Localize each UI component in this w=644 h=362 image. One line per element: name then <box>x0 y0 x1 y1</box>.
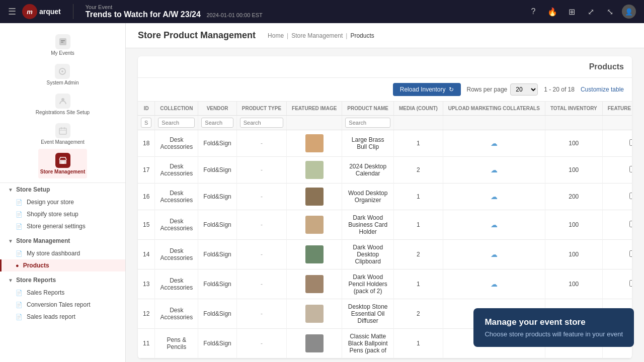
store-management-section: ▼ Store Management 📄 My store dashboard … <box>0 234 125 272</box>
feature-product-checkbox[interactable] <box>629 139 632 146</box>
cell-product-name: Dark Wood Pencil Holders (pack of 2) <box>342 269 394 299</box>
feature-product-checkbox[interactable] <box>629 193 632 199</box>
search-id <box>138 116 155 130</box>
col-media-count: MEDIA (COUNT) <box>394 102 443 116</box>
reload-inventory-button[interactable]: Reload Inventory ↻ <box>393 83 461 96</box>
cloud-upload-icon[interactable]: ☁ <box>491 193 498 201</box>
table-row: 16 Desk Accessories Fold&Sign - Wood Des… <box>138 184 632 210</box>
search-name-input[interactable] <box>345 118 390 128</box>
cell-id: 12 <box>138 299 155 329</box>
table-row: 14 Desk Accessories Fold&Sign - Dark Woo… <box>138 240 632 269</box>
sidebar-item-conversion-tales[interactable]: 📄 Conversion Tales report <box>0 299 125 311</box>
rows-per-page-select[interactable]: 10 20 50 100 <box>510 83 538 96</box>
sidebar-item-design-store[interactable]: 📄 Design your store <box>0 196 125 208</box>
fire-icon[interactable]: 🔥 <box>545 5 559 19</box>
shopify-setup-label: Shopify store setup <box>27 211 78 218</box>
cloud-upload-icon[interactable]: ☁ <box>491 221 498 229</box>
cell-collection: Desk Accessories <box>155 269 198 299</box>
cell-media-count: 1 <box>394 210 443 240</box>
store-reports-label: Store Reports <box>16 277 56 284</box>
cell-product-name: Desktop Stone Essential Oil Diffuser <box>342 299 394 329</box>
cell-featured-image <box>287 130 342 157</box>
cell-collection: Desk Accessories <box>155 240 198 269</box>
product-image <box>305 305 324 323</box>
shopify-setup-icon: 📄 <box>16 211 23 218</box>
cell-product-type: - <box>236 130 286 157</box>
breadcrumb-store-mgmt[interactable]: Store Management <box>291 32 343 39</box>
cell-vendor: Fold&Sign <box>198 299 236 329</box>
cell-product-name: Dark Wood Business Card Holder <box>342 210 394 240</box>
cell-id: 14 <box>138 240 155 269</box>
cell-media-count: 2 <box>394 157 443 184</box>
sidebar-nav-event-management[interactable]: Event Management <box>39 119 87 149</box>
table-search-row <box>138 116 632 130</box>
cell-feature-product <box>602 130 632 157</box>
feature-product-checkbox[interactable] <box>629 221 632 227</box>
search-inventory <box>545 116 602 130</box>
search-media <box>394 116 443 130</box>
search-vendor-input[interactable] <box>201 118 233 128</box>
breadcrumb-home[interactable]: Home <box>268 32 284 39</box>
cell-featured-image <box>287 269 342 299</box>
sidebar-item-products[interactable]: ● Products <box>0 259 125 272</box>
avatar[interactable]: 👤 <box>622 5 636 19</box>
cell-product-name: Classic Matte Black Ballpoint Pens (pack… <box>342 329 394 358</box>
cell-featured-image <box>287 240 342 269</box>
cloud-upload-icon[interactable]: ☁ <box>491 139 498 147</box>
cell-product-name: 2024 Desktop Calendar <box>342 157 394 184</box>
search-id-input[interactable] <box>141 118 151 128</box>
cell-upload-marketing: ☁ <box>443 210 545 240</box>
cloud-upload-icon[interactable]: ☁ <box>491 166 498 174</box>
cloud-upload-icon[interactable]: ☁ <box>491 280 498 288</box>
cell-id: 18 <box>138 130 155 157</box>
cell-media-count: 1 <box>394 184 443 210</box>
feature-product-checkbox[interactable] <box>629 250 632 257</box>
cell-id: 17 <box>138 157 155 184</box>
cell-product-type: - <box>236 240 286 269</box>
products-toolbar: Reload Inventory ↻ Rows per page 10 20 5… <box>138 78 632 102</box>
cell-product-name: Dark Wood Desktop Clipboard <box>342 240 394 269</box>
sidebar-nav-registrations[interactable]: Registrations Site Setup <box>34 89 92 119</box>
table-row: 18 Desk Accessories Fold&Sign - Large Br… <box>138 130 632 157</box>
cell-total-inventory: 100 <box>545 130 602 157</box>
col-feature-product: FEATURE PRODUCT <box>602 102 632 116</box>
breadcrumb-products: Products <box>350 32 374 39</box>
store-setup-header[interactable]: ▼ Store Setup <box>0 183 125 196</box>
logo-wordmark: arquet <box>39 8 61 16</box>
feature-product-checkbox[interactable] <box>629 166 632 172</box>
design-store-icon: 📄 <box>16 199 23 206</box>
cloud-upload-icon[interactable]: ☁ <box>491 250 498 258</box>
help-icon[interactable]: ? <box>526 5 540 19</box>
product-image <box>305 275 324 293</box>
grid-icon[interactable]: ⊞ <box>565 5 579 19</box>
shrink-icon[interactable]: ⤡ <box>603 5 617 19</box>
store-management-header[interactable]: ▼ Store Management <box>0 234 125 247</box>
feature-product-checkbox[interactable] <box>629 280 632 287</box>
event-info: Your Event Trends to Watch for A/W 23/24… <box>86 4 263 19</box>
cell-media-count: 1 <box>394 329 443 358</box>
sidebar-item-shopify-setup[interactable]: 📄 Shopify store setup <box>0 208 125 220</box>
sidebar-nav-system-admin[interactable]: System Admin <box>45 60 81 89</box>
sidebar-nav-my-events[interactable]: My Events <box>49 30 76 60</box>
cell-media-count: 1 <box>394 130 443 157</box>
cell-collection: Desk Accessories <box>155 157 198 184</box>
hamburger-icon[interactable]: ☰ <box>8 6 16 17</box>
conversion-tales-label: Conversion Tales report <box>27 301 91 308</box>
search-collection-input[interactable] <box>158 118 195 128</box>
table-row: 13 Desk Accessories Fold&Sign - Dark Woo… <box>138 269 632 299</box>
event-management-icon <box>55 123 70 138</box>
product-image <box>305 188 324 206</box>
sidebar-nav-store-management[interactable]: Store Management <box>38 149 87 178</box>
search-type-input[interactable] <box>240 118 283 128</box>
search-product-name <box>342 116 394 130</box>
sidebar-item-store-settings[interactable]: 📄 Store general settings <box>0 220 125 232</box>
cell-upload-marketing: ☁ <box>443 130 545 157</box>
sidebar-item-sales-leads[interactable]: 📄 Sales leads report <box>0 311 125 323</box>
sales-leads-label: Sales leads report <box>27 313 75 320</box>
expand-icon[interactable]: ⤢ <box>584 5 598 19</box>
store-reports-header[interactable]: ▼ Store Reports <box>0 274 125 287</box>
sidebar-item-dashboard[interactable]: 📄 My store dashboard <box>0 247 125 259</box>
sidebar-item-sales-reports[interactable]: 📄 Sales Reports <box>0 287 125 299</box>
cell-featured-image <box>287 329 342 358</box>
customize-table-link[interactable]: Customize table <box>581 86 624 93</box>
